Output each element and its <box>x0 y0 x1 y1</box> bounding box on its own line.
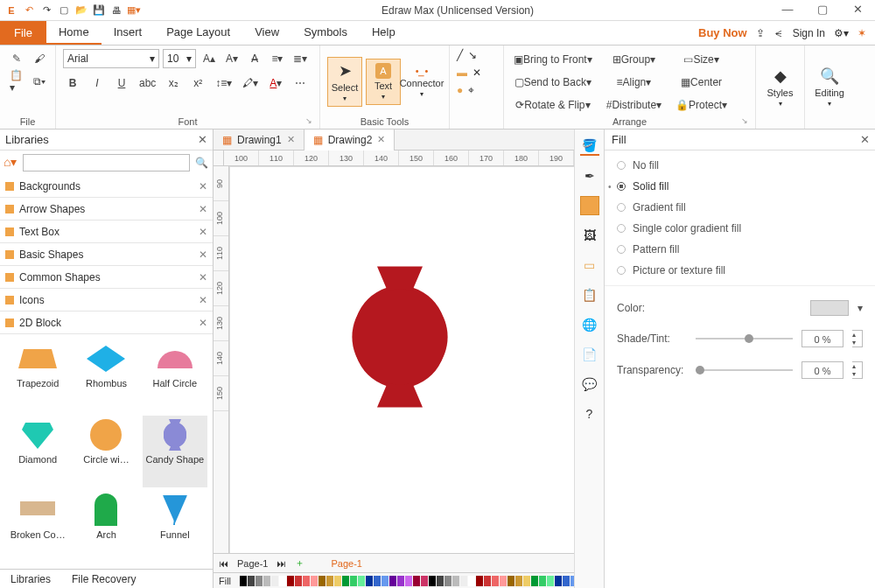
shape-diamond[interactable]: Diamond <box>5 416 70 488</box>
library-category[interactable]: Icons✕ <box>0 289 213 312</box>
shape-circle-wi-[interactable]: Circle wi… <box>74 416 138 488</box>
line-tool-icon[interactable]: ╱ <box>457 49 463 61</box>
save-icon[interactable]: 💾 <box>93 4 105 17</box>
fill-option[interactable]: No fill <box>617 159 863 172</box>
shape-trapezoid[interactable]: Trapezoid <box>5 340 70 412</box>
bottom-tab-file-recovery[interactable]: File Recovery <box>61 570 146 589</box>
paste-icon[interactable]: 📋▾ <box>7 72 26 91</box>
shade-value[interactable]: 0 % <box>802 330 844 347</box>
copy-icon[interactable]: ⧉▾ <box>30 72 49 91</box>
italic-button[interactable]: I <box>88 74 107 93</box>
maximize-button[interactable]: ▢ <box>805 0 840 21</box>
gear-icon[interactable]: ⚙▾ <box>834 27 849 39</box>
bold-button[interactable]: B <box>63 74 82 93</box>
library-search-input[interactable] <box>23 154 190 172</box>
close-button[interactable]: ✕ <box>840 0 875 21</box>
close-tab-icon[interactable]: ✕ <box>287 134 295 145</box>
fill-color-icon[interactable] <box>580 196 599 215</box>
align-button[interactable]: ≡ Align ▾ <box>604 73 664 92</box>
bottom-tab-libraries[interactable]: Libraries <box>0 570 61 589</box>
shape-half-circle[interactable]: Half Circle <box>143 340 207 412</box>
highlight-icon[interactable]: 🖍▾ <box>240 74 261 93</box>
underline-button[interactable]: U <box>112 74 131 93</box>
align-icon[interactable]: ≡▾ <box>268 49 287 68</box>
undo-icon[interactable]: ↶ <box>23 4 35 17</box>
sign-in-link[interactable]: Sign In <box>793 27 825 39</box>
center-button[interactable]: ▦ Center <box>673 73 730 92</box>
comment-icon[interactable]: 💬 <box>580 374 599 394</box>
tab-symbols[interactable]: Symbols <box>291 21 360 45</box>
subscript-button[interactable]: x₂ <box>164 74 183 93</box>
decrease-font-icon[interactable]: A▾ <box>222 49 242 68</box>
candy-shape-object[interactable] <box>343 262 457 411</box>
buy-now-link[interactable]: Buy Now <box>698 26 747 39</box>
logo-icon[interactable]: ✶ <box>858 27 866 39</box>
format-painter-icon[interactable]: ✎ <box>7 49 26 68</box>
page-tab[interactable]: Page-1 <box>237 558 268 569</box>
protect-button[interactable]: 🔒 Protect ▾ <box>673 95 730 115</box>
close-libraries-icon[interactable]: ✕ <box>198 133 207 146</box>
clipboard-icon[interactable]: 📋 <box>580 285 599 304</box>
close-category-icon[interactable]: ✕ <box>199 271 207 284</box>
transparency-value[interactable]: 0 % <box>802 361 844 379</box>
tab-home[interactable]: Home <box>46 21 102 45</box>
color-dropdown-icon[interactable]: ▾ <box>858 302 863 314</box>
fill-option[interactable]: Pattern fill <box>617 243 863 256</box>
transparency-spinner[interactable]: ▴▾ <box>852 361 863 379</box>
drawing-canvas[interactable] <box>229 166 574 553</box>
shape-candy-shape[interactable]: Candy Shape <box>143 416 207 488</box>
share-icon[interactable]: ⇪ <box>756 27 765 39</box>
home-icon[interactable]: ⌂▾ <box>4 155 19 171</box>
pen-icon[interactable]: ✒ <box>580 166 599 186</box>
library-category[interactable]: Text Box✕ <box>0 220 213 243</box>
search-icon[interactable]: 🔍 <box>193 157 209 169</box>
rect-tool-icon[interactable]: ▬ <box>457 66 467 79</box>
doc-tab-1[interactable]: ▦Drawing1✕ <box>214 130 304 150</box>
styles-button[interactable]: ◆Styles▾ <box>763 63 797 111</box>
shape-broken-co-[interactable]: Broken Co… <box>5 491 70 564</box>
tab-page-layout[interactable]: Page Layout <box>154 21 242 45</box>
tab-help[interactable]: Help <box>360 21 408 45</box>
crop2-icon[interactable]: ⌖ <box>468 84 474 96</box>
font-name-select[interactable]: Arial▾ <box>63 49 159 68</box>
close-category-icon[interactable]: ✕ <box>199 180 207 192</box>
close-category-icon[interactable]: ✕ <box>199 248 207 261</box>
library-category[interactable]: Arrow Shapes✕ <box>0 198 213 220</box>
circle-tool-icon[interactable]: ● <box>457 84 463 96</box>
superscript-button[interactable]: x² <box>188 74 207 93</box>
font-size-select[interactable]: 10▾ <box>163 49 196 68</box>
connector-tool[interactable]: •⎯•Connector▾ <box>404 62 439 102</box>
close-tab-icon[interactable]: ✕ <box>377 134 385 145</box>
transparency-slider[interactable] <box>696 369 793 371</box>
close-category-icon[interactable]: ✕ <box>199 294 207 306</box>
library-category[interactable]: Common Shapes✕ <box>0 266 213 289</box>
distribute-button[interactable]: # Distribute ▾ <box>604 95 664 115</box>
close-category-icon[interactable]: ✕ <box>199 203 207 215</box>
open-icon[interactable]: 📂 <box>75 4 88 17</box>
close-fill-panel-icon[interactable]: ✕ <box>860 133 870 146</box>
fill-option[interactable]: Gradient fill <box>617 201 863 214</box>
image-icon[interactable]: 🖼 <box>580 226 599 245</box>
fill-option[interactable]: Picture or texture fill <box>617 264 863 276</box>
shade-slider[interactable] <box>696 338 793 340</box>
layers-icon[interactable]: ▭ <box>580 256 599 275</box>
help-icon[interactable]: ? <box>580 404 599 424</box>
globe-icon[interactable]: 🌐 <box>580 315 599 334</box>
fill-bucket-icon[interactable]: 🪣 <box>580 136 599 156</box>
doc-tab-2[interactable]: ▦Drawing2✕ <box>304 130 396 150</box>
fill-option[interactable]: Single color gradient fill <box>617 222 863 234</box>
text-tool[interactable]: AText▾ <box>366 59 401 105</box>
increase-font-icon[interactable]: A▴ <box>200 49 219 68</box>
options-icon[interactable]: ▦▾ <box>128 4 140 17</box>
shape-rhombus[interactable]: Rhombus <box>74 340 138 412</box>
color-swatch[interactable] <box>810 300 849 316</box>
arrow-tool-icon[interactable]: ↘ <box>468 49 477 61</box>
shape-arch[interactable]: Arch <box>74 491 138 564</box>
strike-button[interactable]: abc <box>136 74 158 93</box>
share2-icon[interactable]: ⪪ <box>774 27 784 39</box>
bullets-icon[interactable]: ≣▾ <box>290 49 310 68</box>
size-button[interactable]: ▭ Size ▾ <box>673 50 730 69</box>
close-category-icon[interactable]: ✕ <box>199 226 207 238</box>
library-category[interactable]: 2D Block✕ <box>0 312 213 334</box>
library-category[interactable]: Basic Shapes✕ <box>0 243 213 266</box>
